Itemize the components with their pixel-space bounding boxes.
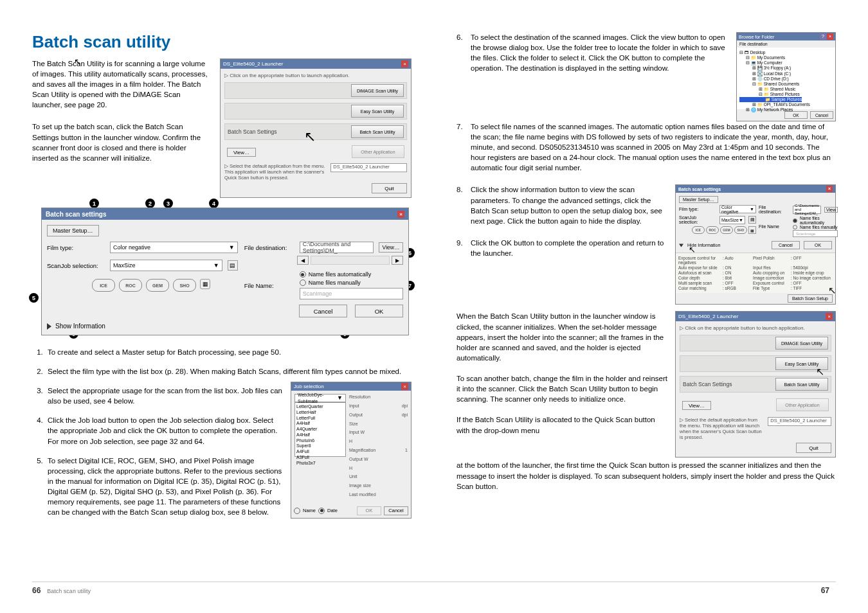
master-setup-button[interactable]: Master Setup… [679, 196, 718, 203]
master-setup-button[interactable]: Master Setup… [47, 225, 99, 236]
batch-scan-settings-expanded-window: Batch scan settings× Master Setup… Film … [675, 184, 836, 305]
sho-button[interactable]: SHO [734, 226, 747, 234]
name-manual-radio[interactable] [300, 280, 306, 286]
browse-ok-button[interactable]: OK [784, 111, 808, 119]
pixel-polish-icon[interactable]: ▦ [200, 279, 210, 289]
film-type-dropdown[interactable]: Color negative▼ [719, 205, 756, 213]
batch-scan-utility-button[interactable]: Batch Scan Utility [775, 378, 828, 391]
batch-scan-utility-button[interactable]: Batch Scan Utility [351, 125, 404, 138]
default-app-dropdown[interactable]: DS_Elite5400_2 Launcher [330, 163, 407, 172]
close-icon[interactable]: × [401, 383, 408, 390]
view-button[interactable]: View… [379, 242, 403, 253]
launcher-hint: ▷ Click on the appropriate button to lau… [224, 73, 407, 78]
callout-4: 4 [209, 199, 219, 208]
cursor-icon: ↖ [304, 129, 316, 145]
page-title: Batch scan utility [32, 32, 411, 52]
quit-button[interactable]: Quit [372, 183, 407, 193]
page-footer: 66Batch scan utility 67 [32, 582, 836, 595]
easy-scan-button[interactable]: Easy Scan Utility [351, 105, 404, 118]
ice-button[interactable]: ICE [692, 226, 705, 234]
dimage-scan-button[interactable]: DiMAGE Scan Utility [351, 84, 404, 97]
job-load-icon[interactable]: ▤ [228, 260, 238, 271]
step-6: To select the destination of the scanned… [457, 32, 836, 73]
job-ok-button[interactable]: OK [357, 506, 381, 515]
step-8: Click the show information button to vie… [457, 184, 667, 226]
batch-scan-settings-label[interactable]: Batch Scan Settings [228, 129, 277, 135]
job-selection-title: Job selection [294, 383, 324, 390]
launcher-window: DS_Elite5400_2 Launcher × ▷ Click on the… [220, 58, 411, 198]
dimage-scan-button[interactable]: DiMAGE Scan Utility [775, 337, 828, 350]
launcher-window-2: DS_Elite5400_2 Launcher× ▷ Click on the … [675, 311, 836, 458]
file-dest-field[interactable]: C:\Documents and Settings\DM_ [793, 206, 821, 214]
callout-3: 3 [163, 199, 173, 208]
page-number-right: 67 [821, 586, 829, 595]
right-para-1: When the Batch Scan Utility button in th… [457, 311, 667, 362]
scanjob-dropdown[interactable]: MaxSize▼ [110, 260, 222, 271]
scanjob-dropdown[interactable]: MaxSize▼ [719, 216, 745, 224]
cursor-icon: ↖ [689, 245, 696, 254]
close-icon[interactable]: × [826, 313, 833, 320]
job-properties: Resolution Inputdpi Outputdpi Size Input… [349, 394, 408, 501]
browse-cancel-button[interactable]: Cancel [810, 111, 833, 119]
step-9: Click the OK button to complete the oper… [457, 238, 667, 258]
sho-button[interactable]: SHO [173, 279, 196, 292]
file-destination-field[interactable]: C:\Documents and Settings\DM_ [300, 242, 374, 253]
intro-paragraph-1: The Batch Scan Utility is for scanning a… [32, 58, 210, 110]
scan-info-table: Exposure control for negatives: AutoPixe… [676, 253, 835, 293]
footer-label: Batch scan utility [47, 588, 91, 594]
view-button[interactable]: View [824, 207, 838, 213]
close-icon[interactable]: × [397, 211, 404, 218]
callout-2: 2 [145, 199, 155, 208]
launcher-title: DS_Elite5400_2 Launcher [223, 61, 283, 67]
view-button[interactable]: View… [227, 148, 256, 157]
name-auto-radio[interactable] [793, 218, 797, 223]
job-load-icon[interactable]: ▤ [748, 216, 756, 224]
name-manual-radio[interactable] [793, 225, 797, 229]
show-information-button[interactable]: Show Information [55, 323, 105, 330]
left-steps: To create and select a Master setup for … [32, 347, 411, 517]
cancel-button[interactable]: Cancel [299, 305, 347, 317]
film-type-label: Film type: [47, 244, 105, 251]
other-application-button: Other Application [352, 145, 404, 158]
cursor-icon: ↖ [816, 366, 824, 378]
view-button[interactable]: View… [682, 401, 711, 410]
page-number-left: 66 [32, 586, 41, 595]
scroll-right-icon[interactable]: ▶ [392, 256, 403, 265]
job-cancel-button[interactable]: Cancel [384, 506, 408, 515]
right-para-3: at the bottom of the launcher, the first… [457, 460, 836, 491]
scroll-left-icon[interactable]: ◀ [297, 256, 309, 265]
callout-5: 5 [29, 293, 39, 303]
step-3: Job selection× WebJobDye-Sublimate▼ Lett… [45, 386, 411, 406]
chevron-down-icon: ▼ [229, 244, 235, 251]
job-category-dropdown[interactable]: WebJobDye-Sublimate▼ [294, 394, 346, 402]
job-selection-window: Job selection× WebJobDye-Sublimate▼ Lett… [291, 382, 411, 519]
gem-button[interactable]: GEM [146, 279, 169, 292]
settings-window-title: Batch scan settings [46, 211, 106, 218]
job-list[interactable]: LetterQuarterLetterHalfLetterFull A4Half… [294, 402, 346, 457]
scanimage-field[interactable]: ScanImage [300, 288, 403, 299]
name-auto-radio[interactable] [300, 271, 306, 278]
sort-date-radio[interactable] [318, 508, 325, 514]
file-name-label: File Name: [244, 282, 294, 289]
quit-button[interactable]: Quit [796, 443, 831, 453]
intro-paragraph-2: To set up the batch scan, click the Batc… [32, 121, 210, 163]
expand-icon[interactable] [47, 323, 51, 330]
ok-button[interactable]: OK [804, 241, 832, 249]
gem-button[interactable]: GEM [720, 226, 733, 234]
pixel-polish-icon[interactable]: ▦ [748, 226, 756, 234]
ice-button[interactable]: ICE [92, 279, 115, 292]
close-icon[interactable]: × [401, 60, 408, 67]
default-app-dropdown[interactable]: DS_Elite5400_2 Launcher [768, 417, 831, 426]
roc-button[interactable]: ROC [706, 226, 719, 234]
scanimage-field[interactable]: ScanImage [793, 230, 838, 237]
right-para-3-intro: If the Batch Scan Utility is allocated t… [457, 414, 667, 435]
ok-button[interactable]: OK [355, 305, 403, 317]
cancel-button[interactable]: Cancel [772, 241, 800, 249]
collapse-icon[interactable] [679, 244, 683, 247]
film-type-dropdown[interactable]: Color negative▼ [110, 242, 238, 253]
close-icon[interactable]: × [826, 186, 833, 192]
batch-scan-setup-button[interactable]: Batch Scan Setup [788, 294, 833, 303]
roc-button[interactable]: ROC [119, 279, 142, 292]
scanjob-label: ScanJob selection: [47, 262, 105, 269]
sort-name-radio[interactable] [294, 508, 300, 514]
